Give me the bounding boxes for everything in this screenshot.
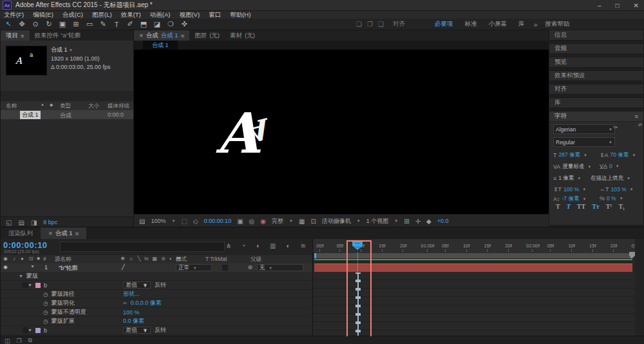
panel-menu-icon[interactable]: ≡ — [21, 32, 24, 39]
property-value[interactable]: 0.0 像素 — [123, 317, 144, 325]
close-icon[interactable]: ✕ — [48, 231, 53, 236]
composition-viewport[interactable]: A A — [134, 50, 549, 215]
column-source-name[interactable]: 源名称 — [55, 256, 71, 263]
selection-tool[interactable]: ↖ — [4, 20, 13, 28]
expand-layer-switches-icon[interactable]: ◫ — [5, 338, 10, 344]
lock-column-icon[interactable]: ⊡ — [29, 256, 33, 262]
maximize-button[interactable]: □ — [616, 2, 620, 9]
column-trkmat[interactable]: T TrkMat — [205, 256, 227, 262]
mask-invert-checkbox[interactable]: 反转 — [155, 281, 166, 289]
safe-margins-icon[interactable]: ◇ — [193, 218, 198, 225]
stopwatch-icon[interactable]: ◷ — [43, 318, 48, 325]
font-size-field[interactable]: T 287 像素▼ — [553, 151, 587, 159]
合成 1[interactable]: 合成 1 合成 0:00:0 — [1, 110, 133, 119]
proportional-spacing-field[interactable]: % 0 %▼ — [600, 195, 623, 202]
motion-blur-switch-icon[interactable]: ⊘ — [161, 256, 166, 262]
tab-footage-viewer[interactable]: 素材 (无) — [225, 30, 260, 41]
frame-blending-icon[interactable]: ▥ — [270, 242, 276, 249]
view-layout-value[interactable]: 1 个视图 — [366, 217, 389, 225]
menu-item[interactable]: 视图(V) — [179, 11, 200, 19]
graph-editor-icon[interactable]: ≋ — [301, 242, 306, 249]
collapsed-panel-tab[interactable]: 效果和预设 — [549, 70, 644, 81]
menu-item[interactable]: 帮助(H) — [230, 11, 251, 19]
workspace-tab[interactable]: 必要项 — [435, 20, 453, 28]
link-icon[interactable]: ∞ — [123, 300, 127, 306]
minimize-button[interactable]: – — [598, 2, 601, 9]
show-snapshot-icon[interactable]: ◎ — [249, 218, 255, 225]
column-name[interactable]: 名称 — [6, 102, 17, 110]
expander-icon[interactable]: ▼ — [28, 283, 32, 287]
faux-style-button[interactable]: T¹ — [606, 203, 612, 210]
roi-icon[interactable]: ⬚ — [181, 218, 187, 225]
new-composition-icon[interactable]: ◨ — [31, 219, 37, 226]
tracking-field[interactable]: V̲A̲ 0▼ — [600, 163, 620, 169]
brush-tool[interactable]: ✐ — [126, 20, 135, 28]
stopwatch-icon[interactable]: ◷ — [43, 291, 48, 298]
camera-tool[interactable]: ▣ — [58, 20, 67, 28]
close-icon[interactable]: ✕ — [139, 33, 144, 39]
viewer-timecode[interactable]: 0:00:00:10 — [204, 218, 232, 224]
resolution-dropdown-icon[interactable]: ▼ — [289, 219, 293, 223]
faux-style-button[interactable]: TT — [577, 203, 585, 210]
video-toggle[interactable]: ◉ — [3, 264, 8, 270]
menu-item[interactable]: 文件(F) — [4, 11, 24, 19]
expand-in-out-icon[interactable]: ⧉ — [28, 337, 32, 344]
tab-project[interactable]: 项目 ≡ — [1, 30, 30, 41]
pen-tool[interactable]: ✎ — [99, 20, 108, 28]
timeline-property-row[interactable]: ◷ 蒙版不透明度 ▼ 100 % — [1, 308, 312, 317]
pixel-aspect-icon[interactable]: ⊡ — [310, 218, 316, 225]
mask-color-swatch[interactable] — [35, 283, 41, 288]
timeline-property-row[interactable]: ▼ b 差值▼ 反转 — [1, 326, 312, 335]
view-layout-dropdown-icon[interactable]: ▼ — [394, 219, 398, 223]
panel-menu-icon[interactable]: ≡ — [75, 230, 79, 237]
timeline-property-row[interactable]: ◷ 蒙版路径 ▼ 形状... — [1, 290, 312, 299]
parent-pickwhip-icon[interactable]: ◎ — [248, 264, 252, 270]
vertical-scale-field[interactable]: ⇕T 100 %▼ — [553, 186, 586, 193]
leading-field[interactable]: ⇕A 70 像素▼ — [600, 151, 636, 159]
column-media-duration[interactable]: 媒体持续 — [108, 102, 129, 110]
mask-color-swatch[interactable] — [35, 328, 41, 333]
snapshot-icon[interactable]: ▣ — [237, 218, 243, 225]
comp-name[interactable]: 合成 1 — [51, 46, 68, 53]
current-timecode[interactable]: 0:00:00:10 — [3, 240, 48, 250]
faux-style-button[interactable]: Tᴛ — [592, 203, 600, 210]
menu-item[interactable]: 动画(A) — [150, 11, 171, 19]
expander-icon[interactable]: ▼ — [19, 274, 23, 278]
frame-blend-switch-icon[interactable]: ▦ — [153, 256, 158, 262]
menu-item[interactable]: 编辑(E) — [33, 11, 53, 19]
stopwatch-icon[interactable]: ◷ — [43, 309, 48, 316]
menu-item[interactable]: 合成(C) — [62, 11, 83, 19]
mask-mode-select[interactable]: 差值▼ — [123, 327, 151, 334]
timeline-search-field[interactable] — [60, 242, 225, 252]
blend-mode-select[interactable]: 正常▼ — [176, 264, 212, 271]
column-parent[interactable]: 父级 — [251, 256, 261, 263]
collapsed-panel-tab[interactable]: 对齐 — [549, 84, 644, 95]
workspace-tab[interactable]: 小屏幕 — [488, 20, 507, 28]
new-folder-icon[interactable]: ▤ — [18, 219, 24, 226]
stroke-mode-select[interactable]: 在描边上填充▼ — [591, 175, 630, 182]
font-family-select[interactable]: Algerian▼ — [553, 124, 615, 134]
bit-depth-button[interactable]: 8 bpc — [43, 219, 57, 225]
video-column-icon[interactable]: ◉ — [3, 256, 8, 262]
mask-toggle-cell[interactable] — [23, 327, 28, 333]
interpret-footage-icon[interactable]: ◱ — [6, 219, 12, 226]
pan-behind-tool[interactable]: ⊞ — [71, 20, 80, 28]
horizontal-scale-field[interactable]: ⇔T 103 %▼ — [600, 186, 634, 193]
eyedropper-icon[interactable]: ✑ — [613, 124, 618, 131]
collapsed-panel-tab[interactable]: 音频 — [549, 43, 644, 54]
faux-style-button[interactable]: T — [567, 203, 571, 210]
timeline-property-row[interactable]: ▼ 蒙版 ▼ — [1, 272, 312, 281]
mask-toggle-cell[interactable] — [23, 282, 28, 288]
hide-shy-layers-icon[interactable]: ◖ — [256, 242, 260, 249]
resolution-value[interactable]: 完整 — [272, 217, 283, 225]
tab-effect-controls[interactable]: 效果控件 "a"轮廓 — [30, 30, 86, 41]
faux-style-button[interactable]: T — [556, 203, 560, 210]
mask-invert-checkbox[interactable]: 反转 — [155, 326, 166, 334]
property-value[interactable]: 0.0,0.0 像素 — [131, 299, 162, 307]
kerning-field[interactable]: VA 度量标准▼ — [553, 163, 591, 171]
draft-3d-icon[interactable]: ◔ — [242, 242, 245, 249]
tab-timeline-comp[interactable]: ✕ 合成 1 ≡ — [41, 227, 86, 239]
hand-tool[interactable]: ✥ — [17, 20, 26, 28]
motion-blur-icon[interactable]: ◐ — [287, 242, 290, 249]
character-panel-title[interactable]: 字符 — [554, 112, 567, 120]
